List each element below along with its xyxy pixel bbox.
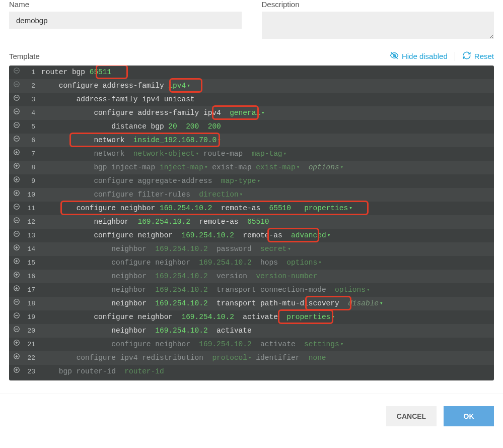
line-number: 14 [24,242,41,256]
token: secret [260,245,286,253]
code-line[interactable]: 15 configure neighbor 169.254.10.2 hops … [9,256,494,270]
name-input[interactable] [9,12,242,29]
chevron-down-icon[interactable]: ▾ [331,314,335,320]
token: configure address-family [59,82,169,90]
code-content: configure address-family ipv4 general▾ [41,106,494,120]
collapse-icon[interactable] [9,106,24,120]
line-number: 21 [24,338,41,351]
code-content: network network-object▾ route-map map-ta… [41,147,494,161]
code-line[interactable]: 9 configure aggregate-address map-type▾ [9,174,494,188]
line-number: 1 [24,66,41,79]
collapse-icon[interactable] [9,120,24,134]
token: inject-map [160,163,203,171]
collapse-icon[interactable] [9,66,24,79]
token: 169.254.10.2 [155,327,207,335]
chevron-down-icon[interactable]: ▾ [327,232,331,238]
chevron-down-icon[interactable]: ▾ [340,164,344,170]
ok-button[interactable]: OK [444,406,494,426]
code-line[interactable]: 11 configure neighbor 169.254.10.2 remot… [9,202,494,215]
expand-icon[interactable] [9,270,24,283]
token: activate [208,327,252,335]
chevron-down-icon[interactable]: ▾ [204,164,208,170]
code-line[interactable]: 16 neighbor 169.254.10.2 version version… [9,270,494,283]
token: remote-as [190,218,247,226]
line-number: 18 [24,297,41,310]
token: configure neighbor [94,313,181,321]
code-line[interactable]: 18 neighbor 169.254.10.2 transport path-… [9,297,494,310]
token: direction [199,190,238,199]
code-line[interactable]: 8 bgp inject-map inject-map▾ exist-map e… [9,161,494,174]
expand-icon[interactable] [9,351,24,365]
token: options [309,163,339,171]
template-editor[interactable]: 1router bgp 655112 configure address-fam… [9,66,494,380]
code-line[interactable]: 22 configure ipv4 redistribution protoco… [9,351,494,365]
chevron-down-icon[interactable]: ▾ [283,151,287,157]
chevron-down-icon[interactable]: ▾ [248,355,252,361]
token: version [208,272,256,280]
line-number: 20 [24,324,41,338]
code-line[interactable]: 7 network network-object▾ route-map map-… [9,147,494,161]
code-line[interactable]: 21 configure neighbor 169.254.10.2 activ… [9,338,494,351]
collapse-icon[interactable] [9,297,24,310]
token: router-id [124,367,164,375]
code-content: configure neighbor 169.254.10.2 hops opt… [41,256,494,270]
chevron-down-icon[interactable]: ▾ [218,137,221,143]
code-line[interactable]: 12 neighbor 169.254.10.2 remote-as 65510 [9,215,494,229]
collapse-icon[interactable] [9,324,24,338]
expand-icon[interactable] [9,283,24,297]
collapse-icon[interactable] [9,93,24,106]
code-line[interactable]: 17 neighbor 169.254.10.2 transport conne… [9,283,494,297]
chevron-down-icon[interactable]: ▾ [380,300,383,306]
code-line[interactable]: 19 configure neighbor 169.254.10.2 activ… [9,310,494,324]
token: address-family ipv4 unicast [77,95,195,103]
collapse-icon[interactable] [9,202,24,215]
code-line[interactable]: 1router bgp 65511 [9,66,494,79]
code-content: address-family ipv4 unicast [41,93,494,106]
code-line[interactable]: 4 configure address-family ipv4 general▾ [9,106,494,120]
cancel-button[interactable]: CANCEL [386,406,437,426]
token: transport path-mtu-discovery [208,299,348,307]
expand-icon[interactable] [9,174,24,188]
token: options [286,259,317,267]
description-input[interactable] [262,12,494,39]
expand-icon[interactable] [9,242,24,256]
chevron-down-icon[interactable]: ▾ [288,246,291,252]
code-content: neighbor 169.254.10.2 password secret▾ [41,242,494,256]
code-line[interactable]: 5 distance bgp 20 200 200 [9,120,494,134]
chevron-down-icon[interactable]: ▾ [240,191,243,198]
chevron-down-icon[interactable]: ▾ [257,178,260,184]
collapse-icon[interactable] [9,134,24,147]
expand-icon[interactable] [9,338,24,351]
token: bgp inject-map [94,163,160,171]
code-line[interactable]: 14 neighbor 169.254.10.2 password secret… [9,242,494,256]
collapse-icon[interactable] [9,79,24,93]
expand-icon[interactable] [9,147,24,161]
code-line[interactable]: 3 address-family ipv4 unicast [9,93,494,106]
chevron-down-icon[interactable]: ▾ [187,83,190,89]
line-number: 3 [24,93,41,106]
chevron-down-icon[interactable]: ▾ [318,260,322,266]
expand-icon[interactable] [9,161,24,174]
code-line[interactable]: 2 configure address-family ipv4▾ [9,79,494,93]
token: configure neighbor [94,231,181,239]
chevron-down-icon[interactable]: ▾ [340,341,344,347]
code-line[interactable]: 6 network inside_192.168.70.0▾ [9,134,494,147]
reset-link[interactable]: Reset [462,51,494,61]
chevron-down-icon[interactable]: ▾ [367,287,370,293]
collapse-icon[interactable] [9,229,24,242]
collapse-icon[interactable] [9,215,24,229]
expand-icon[interactable] [9,256,24,270]
code-line[interactable]: 13 configure neighbor 169.254.10.2 remot… [9,229,494,242]
expand-icon[interactable] [9,188,24,202]
chevron-down-icon[interactable]: ▾ [261,110,265,116]
code-content: neighbor 169.254.10.2 remote-as 65510 [41,215,494,229]
collapse-icon[interactable] [9,310,24,324]
token: advanced [291,231,326,239]
code-line[interactable]: 20 neighbor 169.254.10.2 activate [9,324,494,338]
expand-icon[interactable] [9,365,24,378]
hide-disabled-link[interactable]: Hide disabled [390,51,448,61]
code-line[interactable]: 23 bgp router-id router-id [9,365,494,378]
chevron-down-icon[interactable]: ▾ [349,205,352,211]
line-number: 19 [24,310,41,324]
code-line[interactable]: 10 configure filter-rules direction▾ [9,188,494,202]
